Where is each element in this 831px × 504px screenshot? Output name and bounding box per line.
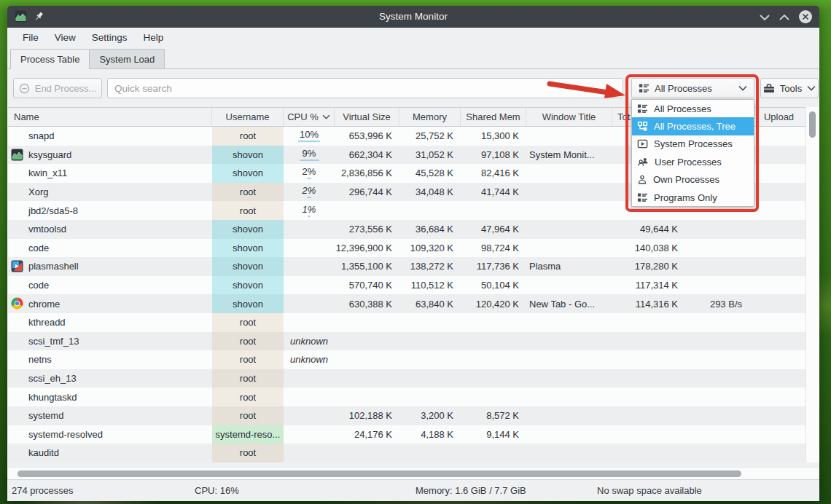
titlebar[interactable]: System Monitor <box>7 6 819 28</box>
cpu-cell: unknown <box>284 350 335 369</box>
virtual-size-cell: 273,556 K <box>335 220 399 239</box>
vertical-scrollbar-thumb[interactable] <box>809 111 816 138</box>
toolbox-icon <box>763 83 775 93</box>
window-title-cell: New Tab - Go... <box>526 294 612 313</box>
column-header-shared-mem[interactable]: Shared Mem <box>461 108 526 126</box>
filter-menu-item-own-processes[interactable]: Own Processes <box>632 171 754 189</box>
column-header-username[interactable]: Username <box>212 108 284 126</box>
column-header-upload[interactable]: Upload <box>752 108 805 126</box>
tree-icon <box>637 121 648 132</box>
window-title-cell <box>526 425 612 444</box>
upload-cell <box>752 201 805 220</box>
window-title-cell: Plasma <box>526 257 612 276</box>
upload-cell <box>752 444 805 462</box>
memory-cell: 45,528 K <box>399 164 461 183</box>
username-cell: root <box>212 369 284 388</box>
shared-mem-cell <box>461 387 526 406</box>
memory-usage: Memory: 1.6 GiB / 7.7 GiB <box>416 485 526 496</box>
shared-mem-cell <box>461 313 526 332</box>
username-cell: shovon <box>212 257 284 276</box>
chevron-down-icon <box>738 85 747 91</box>
window-title-cell <box>526 444 612 462</box>
close-button[interactable] <box>799 10 812 23</box>
window-title-cell <box>526 276 612 295</box>
table-row[interactable]: chromeshovon630,388 K63,840 K120,420 KNe… <box>8 294 805 313</box>
status-bar: 274 processes CPU: 16% Memory: 1.6 GiB /… <box>7 479 819 502</box>
end-process-label: End Process... <box>35 83 97 94</box>
table-row[interactable]: systemdroot102,188 K3,200 K8,572 K <box>8 406 805 425</box>
quick-search-input[interactable] <box>107 78 623 98</box>
username-cell: shovon <box>212 276 284 295</box>
vertical-scrollbar[interactable] <box>805 107 819 462</box>
filter-menu-item-all-processes-tree[interactable]: All Processes, Tree <box>632 117 754 135</box>
horizontal-scrollbar-thumb[interactable] <box>17 470 741 477</box>
filter-menu-item-programs-only[interactable]: Programs Only <box>632 189 754 206</box>
download-cell <box>685 220 752 239</box>
download-cell <box>685 444 752 462</box>
maximize-button[interactable] <box>779 14 789 20</box>
table-row[interactable]: kauditdroot <box>8 444 805 462</box>
upload-cell <box>752 239 805 258</box>
filter-menu-item-all-processes[interactable]: All Processes <box>632 100 754 117</box>
menu-help[interactable]: Help <box>136 28 172 48</box>
tab-process-table[interactable]: Process Table <box>10 49 90 69</box>
column-header-virtual-size[interactable]: Virtual Size <box>335 108 399 126</box>
upload-cell <box>752 332 805 351</box>
process-name: chrome <box>8 294 212 313</box>
end-process-button[interactable]: End Process... <box>13 78 102 98</box>
table-row[interactable]: codeshovon570,740 K110,512 K50,104 K117,… <box>8 276 805 295</box>
total-cell: 49,644 K <box>612 220 685 239</box>
memory-cell <box>399 350 461 369</box>
download-cell <box>685 313 752 332</box>
username-cell: root <box>212 127 284 146</box>
download-cell <box>685 350 752 369</box>
column-header-memory[interactable]: Memory <box>399 108 461 126</box>
virtual-size-cell: 630,388 K <box>335 294 399 313</box>
table-row[interactable]: systemd-resolvedsystemd-reso...24,176 K4… <box>8 425 805 444</box>
column-header-cpu-[interactable]: CPU % <box>284 108 335 126</box>
shared-mem-cell <box>461 201 526 220</box>
table-row[interactable]: netnsrootunknown <box>8 350 805 369</box>
table-row[interactable]: vmtoolsdshovon273,556 K36,684 K47,964 K4… <box>8 220 805 239</box>
virtual-size-cell <box>335 444 399 462</box>
table-row[interactable]: scsi_eh_13root <box>8 369 805 388</box>
filter-menu-item-user-processes[interactable]: User Processes <box>632 153 754 170</box>
total-cell <box>612 387 685 406</box>
menu-view[interactable]: View <box>47 28 84 48</box>
table-row[interactable]: scsi_tmf_13rootunknown <box>8 332 805 351</box>
cpu-cell <box>284 313 335 332</box>
virtual-size-cell: 662,304 K <box>335 146 399 165</box>
total-cell <box>612 313 685 332</box>
upload-cell <box>752 387 805 406</box>
cpu-cell: 9% <box>284 146 335 165</box>
process-name: kauditd <box>8 444 212 462</box>
username-cell: root <box>212 444 284 462</box>
column-header-window-title[interactable]: Window Title <box>526 108 612 126</box>
table-row[interactable]: kthreaddroot <box>8 313 805 332</box>
process-name: khungtaskd <box>8 387 212 406</box>
shared-mem-cell <box>461 444 526 462</box>
table-row[interactable]: codeshovon12,396,900 K109,320 K98,724 K1… <box>8 239 805 258</box>
column-header-name[interactable]: Name <box>8 108 212 126</box>
filter-menu-item-system-processes[interactable]: System Processes <box>632 135 754 153</box>
username-cell: root <box>212 313 284 332</box>
menu-settings[interactable]: Settings <box>84 28 136 48</box>
process-filter-combobox[interactable]: All Processes <box>631 78 754 98</box>
shared-mem-cell: 8,572 K <box>461 406 526 425</box>
upload-cell <box>752 276 805 295</box>
cpu-cell: 2% <box>284 164 335 183</box>
tools-button[interactable]: Tools <box>760 78 819 98</box>
username-cell: root <box>212 350 284 369</box>
total-cell <box>612 444 685 462</box>
cpu-usage-bar <box>307 197 311 198</box>
process-name: vmtoolsd <box>8 220 212 239</box>
table-row[interactable]: khungtaskdroot <box>8 387 805 406</box>
table-row[interactable]: plasmashellshovon1,355,100 K138,272 K117… <box>8 257 805 276</box>
virtual-size-cell <box>335 350 399 369</box>
minimize-button[interactable] <box>760 14 770 20</box>
menu-file[interactable]: File <box>15 28 47 48</box>
download-cell <box>685 239 752 258</box>
process-name: netns <box>8 350 212 369</box>
horizontal-scrollbar[interactable] <box>8 467 819 480</box>
tab-system-load[interactable]: System Load <box>90 49 165 68</box>
